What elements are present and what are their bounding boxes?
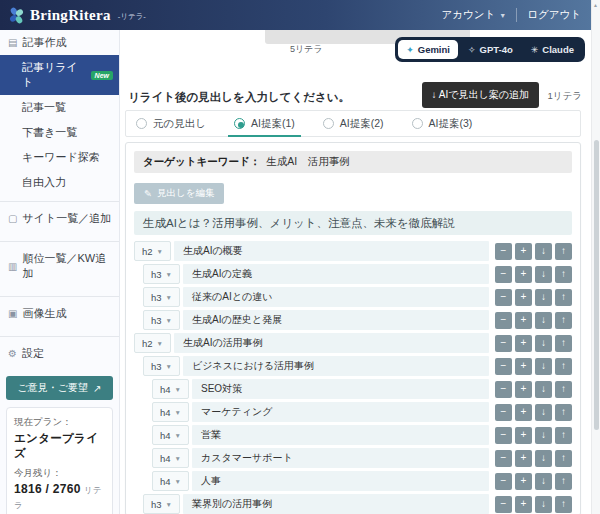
heading-text-input[interactable]: SEO対策 (192, 379, 489, 399)
add-heading-button[interactable]: + (515, 381, 532, 398)
article-title-field[interactable]: 生成AIとは？活用事例、メリット、注意点、未来を徹底解説 (134, 211, 572, 235)
move-up-button[interactable]: ↑ (555, 473, 572, 490)
move-up-button[interactable]: ↑ (555, 496, 572, 513)
heading-level-select[interactable]: h4▼ (152, 448, 189, 468)
add-heading-button[interactable]: + (515, 358, 532, 375)
sidebar-item-article-list[interactable]: 記事一覧 (0, 95, 119, 120)
heading-text-input[interactable]: ビジネスにおける活用事例 (183, 356, 489, 376)
account-menu[interactable]: アカウント ▼ (442, 8, 518, 22)
remove-heading-button[interactable]: − (495, 335, 512, 352)
remove-heading-button[interactable]: − (495, 427, 512, 444)
sidebar-item-rank-list[interactable]: ▥ 順位一覧／KW追加 (0, 241, 119, 290)
heading-level-select[interactable]: h3▼ (143, 356, 180, 376)
tab-ai-suggestion-2[interactable]: AI提案(2) (323, 111, 384, 136)
model-option-gemini[interactable]: ✦ Gemini (398, 40, 458, 59)
heading-level-select[interactable]: h2▼ (134, 241, 171, 261)
move-down-button[interactable]: ↓ (535, 312, 552, 329)
tab-original-heading[interactable]: 元の見出し (136, 111, 206, 136)
remove-heading-button[interactable]: − (495, 496, 512, 513)
move-down-button[interactable]: ↓ (535, 335, 552, 352)
heading-level-select[interactable]: h3▼ (143, 287, 180, 307)
heading-level-select[interactable]: h3▼ (143, 264, 180, 284)
move-up-button[interactable]: ↑ (555, 335, 572, 352)
move-down-button[interactable]: ↓ (535, 427, 552, 444)
move-down-button[interactable]: ↓ (535, 358, 552, 375)
sidebar-item-settings[interactable]: ⚙ 設定 (0, 336, 119, 370)
page-scrollbar[interactable]: ▲ (591, 0, 600, 514)
move-down-button[interactable]: ↓ (535, 404, 552, 421)
heading-level-select[interactable]: h2▼ (134, 333, 171, 353)
add-heading-button[interactable]: + (515, 404, 532, 421)
remove-heading-button[interactable]: − (495, 289, 512, 306)
move-up-button[interactable]: ↑ (555, 266, 572, 283)
heading-text-input[interactable]: マーケティング (192, 402, 489, 422)
move-up-button[interactable]: ↑ (555, 243, 572, 260)
move-down-button[interactable]: ↓ (535, 289, 552, 306)
heading-level-select[interactable]: h4▼ (152, 471, 189, 491)
model-option-gpt4o[interactable]: ✧ GPT-4o (460, 40, 521, 59)
heading-level-select[interactable]: h4▼ (152, 402, 189, 422)
tab-label: AI提案(2) (340, 117, 384, 131)
add-heading-button[interactable]: + (515, 427, 532, 444)
heading-text-input[interactable]: 生成AIの歴史と発展 (183, 310, 489, 330)
remove-heading-button[interactable]: − (495, 450, 512, 467)
move-down-button[interactable]: ↓ (535, 243, 552, 260)
remove-heading-button[interactable]: − (495, 381, 512, 398)
move-down-button[interactable]: ↓ (535, 496, 552, 513)
add-heading-button[interactable]: + (515, 289, 532, 306)
remove-heading-button[interactable]: − (495, 473, 512, 490)
move-up-button[interactable]: ↑ (555, 450, 572, 467)
move-up-button[interactable]: ↑ (555, 358, 572, 375)
add-heading-button[interactable]: + (515, 335, 532, 352)
heading-level-select[interactable]: h3▼ (143, 310, 180, 330)
heading-text-input[interactable]: 生成AIの定義 (183, 264, 489, 284)
add-heading-button[interactable]: + (515, 496, 532, 513)
move-up-button[interactable]: ↑ (555, 381, 572, 398)
add-heading-button[interactable]: + (515, 473, 532, 490)
logout-button[interactable]: ログアウト (517, 8, 581, 22)
heading-text-input[interactable]: 生成AIの活用事例 (174, 333, 489, 353)
sidebar-item-article-create[interactable]: ▤ 記事作成 (0, 30, 119, 55)
heading-text-input[interactable]: 生成AIの概要 (174, 241, 489, 261)
heading-text-input[interactable]: カスタマーサポート (192, 448, 489, 468)
move-down-button[interactable]: ↓ (535, 381, 552, 398)
heading-text-input[interactable]: 営業 (192, 425, 489, 445)
remove-heading-button[interactable]: − (495, 358, 512, 375)
scroll-up-arrow-icon[interactable]: ▲ (593, 2, 598, 8)
heading-text-input[interactable]: 業界別の活用事例 (183, 494, 489, 514)
remove-heading-button[interactable]: − (495, 243, 512, 260)
sidebar-item-image-generation[interactable]: ▣ 画像生成 (0, 296, 119, 330)
move-down-button[interactable]: ↓ (535, 450, 552, 467)
move-up-button[interactable]: ↑ (555, 427, 572, 444)
move-up-button[interactable]: ↑ (555, 404, 572, 421)
move-down-button[interactable]: ↓ (535, 473, 552, 490)
heading-level-select[interactable]: h3▼ (143, 494, 180, 514)
add-heading-button[interactable]: + (515, 266, 532, 283)
move-up-button[interactable]: ↑ (555, 289, 572, 306)
sidebar-item-article-rewrite[interactable]: 記事リライト New (0, 55, 119, 95)
sidebar-item-free-input[interactable]: 自由入力 (0, 170, 119, 195)
feedback-button[interactable]: ご意見・ご要望 ↗ (6, 376, 113, 400)
model-option-claude[interactable]: ✳ Claude (523, 40, 582, 59)
heading-level-select[interactable]: h4▼ (152, 425, 189, 445)
sidebar-item-draft-list[interactable]: 下書き一覧 (0, 120, 119, 145)
sidebar-item-keyword-search[interactable]: キーワード探索 (0, 145, 119, 170)
heading-text-input[interactable]: 従来のAIとの違い (183, 287, 489, 307)
edit-headings-button[interactable]: ✎ 見出しを編集 (134, 183, 224, 204)
tab-ai-suggestion-3[interactable]: AI提案(3) (412, 111, 473, 136)
move-up-button[interactable]: ↑ (555, 312, 572, 329)
remove-heading-button[interactable]: − (495, 312, 512, 329)
ai-add-headings-button[interactable]: ↓ AIで見出し案の追加 (422, 82, 539, 108)
brand-logo[interactable]: BringRitera -リテラ- (8, 7, 146, 24)
tab-ai-suggestion-1[interactable]: AI提案(1) (234, 111, 295, 136)
sidebar-item-site-list[interactable]: ▢ サイト一覧／追加 (0, 201, 119, 235)
heading-level-select[interactable]: h4▼ (152, 379, 189, 399)
add-heading-button[interactable]: + (515, 312, 532, 329)
move-down-button[interactable]: ↓ (535, 266, 552, 283)
heading-text-input[interactable]: 人事 (192, 471, 489, 491)
add-heading-button[interactable]: + (515, 450, 532, 467)
scrollbar-thumb[interactable] (594, 140, 599, 430)
remove-heading-button[interactable]: − (495, 404, 512, 421)
remove-heading-button[interactable]: − (495, 266, 512, 283)
add-heading-button[interactable]: + (515, 243, 532, 260)
